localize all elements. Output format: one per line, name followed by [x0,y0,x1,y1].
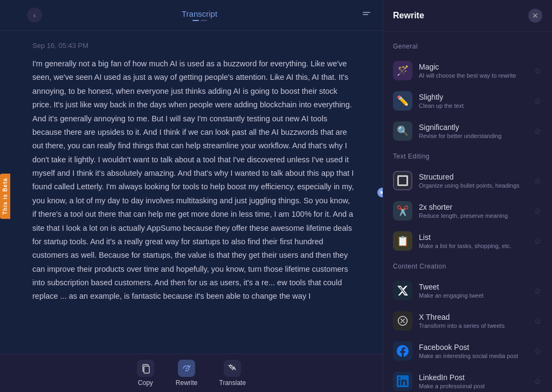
shorter-icon: ✂️ [393,201,412,221]
tweet-desc: Make an engaging tweet [419,292,526,299]
list-icon: 📋 [393,231,412,251]
rewrite-icon [178,360,195,377]
facebook-star[interactable]: ☆ [533,345,542,357]
facebook-name: Facebook Post [419,343,526,352]
xthread-icon [393,311,412,331]
transcript-title: Transcript [43,9,356,18]
copy-button[interactable]: Copy [137,360,154,387]
linkedin-icon [393,372,412,391]
content-area: Sep 16, 05:43 PM I'm generally not a big… [0,31,383,354]
copy-icon [137,360,154,377]
significantly-name: Significantly [419,123,526,132]
slightly-name: Slightly [419,93,526,101]
shorter-name: 2x shorter [419,203,526,211]
significantly-item[interactable]: 🔍 Significantly Revise for better unders… [383,116,552,146]
tweet-icon [393,281,412,300]
svg-point-4 [186,368,188,369]
slightly-desc: Clean up the text [419,102,526,109]
linkedin-star[interactable]: ☆ [533,375,542,388]
structured-star[interactable]: ☆ [533,175,542,187]
structured-name: Structured [419,173,526,181]
list-item[interactable]: 📋 List Make a list for tasks, shopping, … [383,226,552,256]
translate-icon [224,360,241,377]
facebook-desc: Make an interesting social media post [419,353,526,359]
xthread-name: X Thread [419,313,526,321]
slightly-item[interactable]: ✏️ Slightly Clean up the text ☆ [383,86,552,116]
shorter-desc: Reduce length, preserve meaning [419,212,526,219]
svg-rect-3 [144,366,149,373]
structured-item[interactable]: Structured Organize using bullet points,… [383,166,552,196]
linkedin-desc: Make a professional post [419,383,526,389]
tweet-star[interactable]: ☆ [533,285,542,297]
significantly-desc: Revise for better understanding [419,133,526,139]
tweet-item[interactable]: Tweet Make an engaging tweet ☆ [383,276,552,306]
expand-arrow[interactable]: ▶ [377,188,383,197]
right-panel-header: Rewrite ✕ [383,0,552,32]
transcript-header: ‹ Transcript [0,0,383,31]
rewrite-button[interactable]: Rewrite [176,360,198,387]
list-desc: Make a list for tasks, shopping, etc. [419,243,526,249]
facebook-icon [393,341,412,361]
magic-desc: AI will choose the best way to rewrite [419,72,526,79]
back-button[interactable]: ‹ [27,8,42,23]
close-button[interactable]: ✕ [528,9,542,23]
xthread-star[interactable]: ☆ [533,315,542,327]
slightly-icon: ✏️ [393,91,412,111]
magic-icon: 🪄 [393,61,412,80]
tweet-name: Tweet [419,283,526,291]
linkedin-name: LinkedIn Post [419,373,526,382]
content-creation-section-label: Content Creation [383,260,552,276]
right-panel: Rewrite ✕ General 🪄 Magic AI will choose… [383,0,552,392]
list-star[interactable]: ☆ [533,235,542,247]
significantly-icon: 🔍 [393,121,412,141]
shorter-star[interactable]: ☆ [533,205,542,217]
magic-item[interactable]: 🪄 Magic AI will choose the best way to r… [383,56,552,86]
structured-icon [393,171,412,190]
general-section-label: General [383,40,552,56]
text-editing-section-label: Text Editing [383,150,552,166]
magic-star[interactable]: ☆ [533,65,542,77]
list-name: List [419,233,526,242]
slightly-star[interactable]: ☆ [533,95,542,107]
linkedin-item[interactable]: LinkedIn Post Make a professional post ☆ [383,366,552,392]
significantly-star[interactable]: ☆ [533,125,542,137]
transcript-text: I'm generally not a big fan of how much … [32,57,356,304]
svg-rect-1 [363,14,368,15]
right-panel-content: General 🪄 Magic AI will choose the best … [383,32,552,392]
structured-desc: Organize using bullet points, headings [419,182,526,189]
right-panel-title: Rewrite [393,11,424,20]
svg-rect-0 [363,12,370,13]
left-panel: This is Beta ‹ Transcript Sep 16, 05:43 … [0,0,383,392]
more-button[interactable] [361,9,372,22]
xthread-item[interactable]: X Thread Transform into a series of twee… [383,306,552,336]
magic-name: Magic [419,63,526,71]
beta-badge: This is Beta [0,173,10,218]
shorter-item[interactable]: ✂️ 2x shorter Reduce length, preserve me… [383,196,552,226]
xthread-desc: Transform into a series of tweets [419,322,526,329]
timestamp: Sep 16, 05:43 PM [32,42,356,50]
translate-button[interactable]: Translate [219,360,246,387]
bottom-toolbar: Copy Rewrite Translate [0,354,383,392]
facebook-item[interactable]: Facebook Post Make an interesting social… [383,336,552,366]
